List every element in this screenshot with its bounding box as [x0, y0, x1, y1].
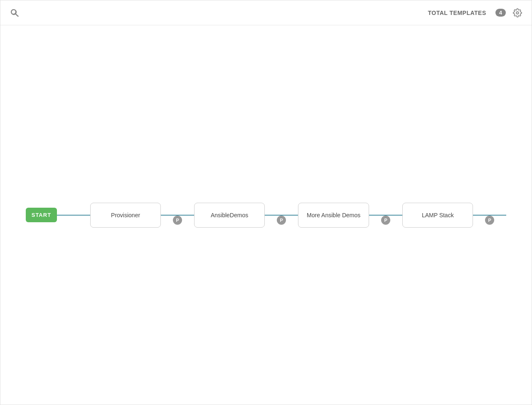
- connector-more-lamp: P: [369, 215, 402, 216]
- node-more-ansible-demos[interactable]: More Ansible Demos: [298, 203, 369, 228]
- connector-lamp-end: P: [473, 215, 506, 216]
- node-more-ansible-demos-label: More Ansible Demos: [307, 212, 360, 218]
- svg-point-5: [516, 12, 519, 14]
- svg-line-4: [17, 15, 18, 16]
- p-badge-4[interactable]: P: [485, 216, 494, 225]
- node-lamp-stack[interactable]: LAMP Stack: [402, 203, 473, 228]
- p-badge-1[interactable]: P: [173, 216, 182, 225]
- toolbar-right: TOTAL TEMPLATES 4: [428, 7, 523, 19]
- connector-ansibledemeos-more: P: [265, 215, 298, 216]
- total-templates-label: TOTAL TEMPLATES: [428, 10, 486, 16]
- node-ansible-demos[interactable]: AnsibleDemos: [194, 203, 265, 228]
- p-badge-3[interactable]: P: [381, 216, 390, 225]
- node-ansible-demos-label: AnsibleDemos: [211, 212, 248, 218]
- search-icon-button[interactable]: [9, 7, 20, 19]
- app-container: TOTAL TEMPLATES 4 START Pro: [0, 0, 532, 405]
- start-node[interactable]: START: [26, 208, 57, 222]
- toolbar: TOTAL TEMPLATES 4: [0, 0, 532, 25]
- node-provisioner-label: Provisioner: [111, 212, 140, 218]
- canvas-area: START Provisioner P AnsibleDemos: [0, 25, 532, 405]
- workflow-diagram: START Provisioner P AnsibleDemos: [0, 203, 532, 228]
- gear-icon-button[interactable]: [512, 7, 523, 19]
- start-node-label: START: [32, 212, 51, 218]
- p-badge-2[interactable]: P: [277, 216, 286, 225]
- connector-start-provisioner: [57, 215, 90, 216]
- toolbar-left: [9, 7, 20, 19]
- workflow-inner: START Provisioner P AnsibleDemos: [26, 203, 507, 228]
- node-provisioner[interactable]: Provisioner: [90, 203, 161, 228]
- connector-provisioner-ansibledemeos: P: [161, 215, 194, 216]
- node-lamp-stack-label: LAMP Stack: [422, 212, 454, 218]
- total-templates-badge: 4: [495, 9, 506, 17]
